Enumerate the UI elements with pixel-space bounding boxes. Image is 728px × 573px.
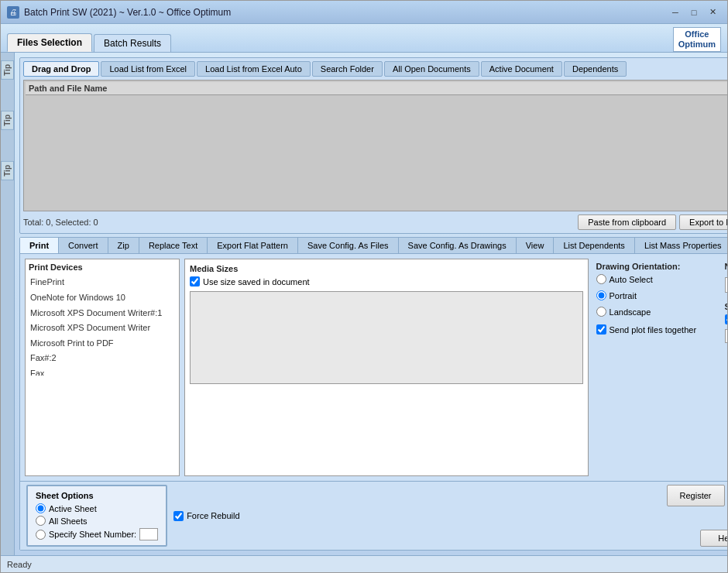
file-count-status: Total: 0, Selected: 0 [23, 218, 575, 227]
copies-section: Number of Copies: 1 Scale: Scale To Fit … [722, 259, 727, 476]
left-tip-bar: Tip Tip Tip [1, 53, 15, 555]
tab-convert[interactable]: Convert [59, 238, 108, 253]
tab-replace-text[interactable]: Replace Text [139, 238, 208, 253]
auto-select-label: Auto Select [610, 275, 653, 284]
orientation-auto-select[interactable]: Auto Select [596, 274, 714, 284]
all-sheets-row[interactable]: All Sheets [36, 516, 158, 526]
tab-files-selection[interactable]: Files Selection [7, 33, 92, 52]
tab-view[interactable]: View [517, 238, 555, 253]
radio-landscape[interactable] [596, 307, 606, 317]
paste-clipboard-button[interactable]: Paste from clipboard [578, 214, 676, 230]
subtab-bar: Drag and Drop Load List from Excel Load … [23, 61, 727, 77]
use-saved-size-checkbox[interactable] [190, 276, 200, 286]
action-row-top: Register Start Batch [667, 485, 727, 506]
device-fineprint[interactable]: FinePrint [29, 275, 176, 290]
device-fax2[interactable]: Fax#:2 [29, 351, 176, 366]
lower-content-print: Print Devices FinePrint OneNote for Wind… [20, 254, 727, 481]
scale-label: Scale: [725, 302, 727, 311]
title-bar-left: 🖨 Batch Print SW (2021) ~ Ver.1.0 ~ Offi… [7, 6, 231, 19]
drawing-orientation-label: Drawing Orientation: [596, 262, 714, 271]
scale-percent-row: % [725, 329, 727, 343]
media-sizes-label: Media Sizes [190, 264, 583, 273]
app-icon: 🖨 [7, 6, 19, 19]
tab-list-dependents[interactable]: List Dependents [554, 238, 635, 253]
active-sheet-label: Active Sheet [49, 504, 97, 513]
orientation-portrait[interactable]: Portrait [596, 290, 714, 300]
specify-sheet-input[interactable] [139, 528, 158, 540]
send-plot-label: Send plot files together [610, 325, 697, 335]
main-content: Drag and Drop Load List from Excel Load … [15, 53, 727, 555]
window-title: Batch Print SW (2021) ~ Ver.1.0 ~ Office… [24, 7, 231, 18]
minimize-button[interactable]: ─ [667, 4, 684, 21]
device-xps1[interactable]: Microsoft XPS Document Writer#:1 [29, 306, 176, 321]
file-list-header: Path and File Name [26, 82, 727, 95]
logo-line1: Office [678, 29, 716, 39]
subtab-all-open[interactable]: All Open Documents [384, 61, 479, 77]
subtab-active-doc[interactable]: Active Document [481, 61, 562, 77]
tab-save-config-files[interactable]: Save Config. As Files [298, 238, 399, 253]
tip-label-1[interactable]: Tip [1, 60, 14, 80]
sheet-options-title: Sheet Options [36, 491, 158, 500]
all-sheets-label: All Sheets [49, 516, 88, 526]
radio-all-sheets[interactable] [36, 516, 46, 526]
media-sizes-panel: Media Sizes Use size saved in document [184, 259, 589, 476]
scale-section: Scale: Scale To Fit % [725, 302, 727, 343]
specify-sheet-label: Specify Sheet Number: [49, 530, 136, 539]
use-saved-size-label: Use size saved in document [203, 277, 310, 286]
device-onenote[interactable]: OneNote for Windows 10 [29, 290, 176, 306]
tip-label-2[interactable]: Tip [1, 111, 14, 130]
device-xps[interactable]: Microsoft XPS Document Writer [29, 321, 176, 336]
subtab-load-excel[interactable]: Load List from Excel [101, 61, 195, 77]
sheet-options-panel: Sheet Options Active Sheet All Sheets Sp… [26, 485, 167, 547]
subtab-drag-drop[interactable]: Drag and Drop [23, 61, 99, 77]
tab-save-config-drawings[interactable]: Save Config. As Drawings [399, 238, 517, 253]
file-list-body[interactable] [26, 95, 727, 208]
title-controls: ─ □ ✕ [667, 4, 721, 21]
send-plot-row: Send plot files together [596, 324, 714, 335]
device-print-pdf[interactable]: Microsoft Print to PDF [29, 336, 176, 352]
column-path-filename: Path and File Name [29, 84, 107, 93]
register-button[interactable]: Register [667, 485, 725, 506]
copies-input[interactable]: 1 [725, 277, 727, 293]
menu-bar: Files Selection Batch Results Office Opt… [1, 24, 727, 53]
radio-auto-select[interactable] [596, 274, 606, 284]
landscape-label: Landscape [610, 307, 651, 317]
subtab-dependents[interactable]: Dependents [564, 61, 627, 77]
tab-export-flat[interactable]: Export Flat Pattern [208, 238, 298, 253]
file-list-area: Path and File Name [23, 80, 727, 211]
tab-batch-results[interactable]: Batch Results [94, 34, 171, 52]
lower-tab-bar: Print Convert Zip Replace Text Export Fl… [20, 238, 727, 254]
active-sheet-row[interactable]: Active Sheet [36, 503, 158, 513]
radio-active-sheet[interactable] [36, 503, 46, 513]
logo: Office Optimum [673, 27, 721, 52]
tip-label-3[interactable]: Tip [1, 161, 14, 180]
force-rebuild-area: Force Rebuild [173, 511, 239, 521]
main-wrapper: Tip Tip Tip Drag and Drop Load List from… [1, 53, 727, 555]
scale-to-fit-checkbox[interactable] [725, 314, 727, 324]
scale-percent-input[interactable] [725, 329, 727, 343]
use-saved-size-row: Use size saved in document [190, 276, 583, 286]
copies-label: Number of Copies: [725, 262, 727, 271]
export-to-excel-button[interactable]: Export to Excel [679, 214, 727, 230]
force-rebuild-checkbox[interactable] [173, 511, 184, 521]
device-fax[interactable]: Fax [29, 366, 176, 376]
tab-list-mass[interactable]: List Mass Properties [635, 238, 727, 253]
help-button[interactable]: Help [700, 530, 727, 547]
main-window: 🖨 Batch Print SW (2021) ~ Ver.1.0 ~ Offi… [0, 0, 728, 573]
radio-portrait[interactable] [596, 290, 606, 300]
media-size-list[interactable] [190, 291, 583, 384]
radio-specify-sheet[interactable] [36, 530, 46, 540]
title-bar: 🖨 Batch Print SW (2021) ~ Ver.1.0 ~ Offi… [1, 1, 727, 24]
force-rebuild-label: Force Rebuild [187, 511, 239, 520]
subtab-load-excel-auto[interactable]: Load List from Excel Auto [197, 61, 311, 77]
tab-print[interactable]: Print [20, 238, 59, 253]
maximize-button[interactable]: □ [685, 4, 702, 21]
status-bar: Ready [1, 555, 727, 572]
subtab-search-folder[interactable]: Search Folder [312, 61, 383, 77]
orientation-landscape[interactable]: Landscape [596, 307, 714, 317]
close-button[interactable]: ✕ [704, 4, 721, 21]
send-plot-checkbox[interactable] [596, 324, 606, 335]
tab-zip[interactable]: Zip [108, 238, 139, 253]
status-text: Ready [7, 560, 32, 569]
device-list[interactable]: FinePrint OneNote for Windows 10 Microso… [29, 275, 176, 376]
